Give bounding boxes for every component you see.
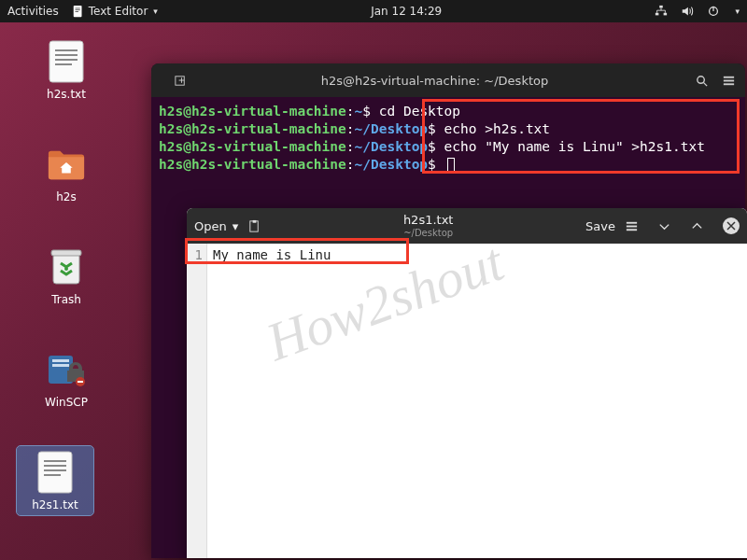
svg-rect-8 xyxy=(713,7,714,11)
text-file-icon xyxy=(35,450,75,495)
open-button[interactable]: Open ▾ xyxy=(194,219,238,233)
search-icon[interactable] xyxy=(695,74,709,88)
svg-rect-22 xyxy=(38,452,72,493)
text-editor-icon xyxy=(72,5,85,18)
svg-rect-3 xyxy=(75,11,78,12)
svg-rect-18 xyxy=(52,359,69,362)
svg-rect-19 xyxy=(52,364,69,367)
new-document-icon[interactable] xyxy=(247,219,261,233)
new-tab-icon[interactable] xyxy=(174,74,188,88)
svg-rect-2 xyxy=(75,9,79,10)
svg-rect-24 xyxy=(44,465,66,467)
trash-icon xyxy=(47,245,86,289)
svg-rect-29 xyxy=(181,77,182,83)
clock[interactable]: Jan 12 14:29 xyxy=(158,5,655,18)
svg-rect-25 xyxy=(44,469,66,471)
terminal-titlebar[interactable]: h2s@h2s-virtual-machine: ~/Desktop xyxy=(151,63,745,97)
icon-label: WinSCP xyxy=(45,396,88,409)
svg-rect-13 xyxy=(55,63,72,65)
gedit-title: h2s1.txt ~/Desktop xyxy=(271,214,585,237)
svg-rect-5 xyxy=(655,13,659,16)
svg-rect-15 xyxy=(51,250,81,256)
icon-label: h2s1.txt xyxy=(32,498,78,511)
svg-point-30 xyxy=(698,76,705,83)
svg-rect-6 xyxy=(664,13,668,16)
app-menu[interactable]: Text Editor ▾ xyxy=(72,5,158,18)
svg-rect-33 xyxy=(724,83,734,85)
svg-rect-21 xyxy=(78,381,83,383)
home-folder-icon xyxy=(47,142,86,187)
svg-rect-32 xyxy=(724,79,734,81)
terminal-title: h2s@h2s-virtual-machine: ~/Desktop xyxy=(188,74,682,88)
svg-rect-37 xyxy=(627,229,637,231)
svg-rect-35 xyxy=(627,221,637,223)
svg-rect-1 xyxy=(75,8,79,9)
app-menu-label: Text Editor xyxy=(89,5,148,18)
svg-rect-23 xyxy=(44,460,66,462)
svg-rect-11 xyxy=(55,54,78,56)
system-menu-chevron-icon[interactable]: ▾ xyxy=(735,7,740,16)
gedit-headerbar[interactable]: Open ▾ h2s1.txt ~/Desktop Save xyxy=(187,208,747,244)
volume-icon[interactable] xyxy=(681,5,694,18)
svg-rect-9 xyxy=(49,41,83,82)
maximize-icon[interactable] xyxy=(690,219,704,233)
gedit-text-area[interactable]: 1 My name is Linu xyxy=(187,244,747,558)
desktop-file-h2s1-txt[interactable]: h2s1.txt xyxy=(17,446,93,515)
desktop-file-h2s-txt[interactable]: h2s.txt xyxy=(28,35,105,105)
hamburger-icon[interactable] xyxy=(625,219,639,233)
terminal-body[interactable]: h2s@h2s-virtual-machine:~$ cd Desktop h2… xyxy=(151,97,745,178)
svg-rect-4 xyxy=(660,6,664,8)
svg-rect-12 xyxy=(55,59,78,61)
svg-rect-10 xyxy=(55,49,78,51)
activities-button[interactable]: Activities xyxy=(7,5,59,18)
icon-label: Trash xyxy=(51,293,81,306)
desktop-winscp[interactable]: WinSCP xyxy=(28,343,105,413)
close-button[interactable] xyxy=(723,217,740,234)
line-number-gutter: 1 xyxy=(187,244,207,558)
chevron-down-icon: ▾ xyxy=(233,219,239,233)
save-button[interactable]: Save xyxy=(585,219,615,233)
desktop-folder-h2s[interactable]: h2s xyxy=(28,138,105,207)
svg-rect-31 xyxy=(724,76,734,77)
winscp-icon xyxy=(47,347,86,392)
svg-rect-26 xyxy=(44,474,61,476)
editor-content[interactable]: My name is Linu xyxy=(207,244,336,558)
power-icon[interactable] xyxy=(707,5,720,18)
hamburger-icon[interactable] xyxy=(722,74,736,88)
minimize-icon[interactable] xyxy=(657,219,671,233)
svg-point-16 xyxy=(64,267,68,271)
desktop-trash[interactable]: Trash xyxy=(28,241,105,310)
svg-rect-36 xyxy=(627,225,637,227)
icon-label: h2s xyxy=(56,190,77,203)
icon-label: h2s.txt xyxy=(47,88,86,101)
text-editor-window: Open ▾ h2s1.txt ~/Desktop Save 1 My name… xyxy=(187,208,747,558)
text-file-icon xyxy=(47,39,86,84)
terminal-cursor xyxy=(447,158,455,172)
top-panel: Activities Text Editor ▾ Jan 12 14:29 ▾ xyxy=(0,0,747,22)
network-icon[interactable] xyxy=(655,5,668,18)
